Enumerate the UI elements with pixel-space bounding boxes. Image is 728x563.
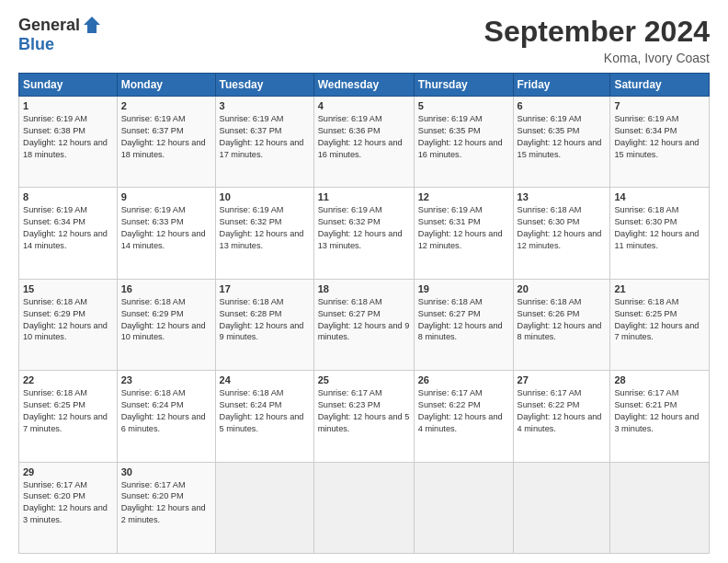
table-row [610, 462, 710, 553]
logo-blue: Blue [18, 35, 54, 54]
sunset-text: Sunset: 6:24 PM [121, 400, 184, 409]
calendar-row: 22 Sunrise: 6:18 AM Sunset: 6:25 PM Dayl… [19, 371, 710, 462]
table-row: 18 Sunrise: 6:18 AM Sunset: 6:27 PM Dayl… [313, 279, 414, 370]
calendar-row: 15 Sunrise: 6:18 AM Sunset: 6:29 PM Dayl… [19, 279, 710, 370]
table-row: 25 Sunrise: 6:17 AM Sunset: 6:23 PM Dayl… [313, 371, 414, 462]
sunset-text: Sunset: 6:30 PM [614, 217, 677, 226]
day-number: 11 [318, 191, 410, 202]
sunset-text: Sunset: 6:36 PM [318, 126, 381, 135]
cell-content: Sunrise: 6:19 AM Sunset: 6:38 PM Dayligh… [23, 113, 113, 161]
cell-content: Sunrise: 6:19 AM Sunset: 6:31 PM Dayligh… [418, 204, 509, 252]
col-friday: Friday [513, 74, 610, 97]
header: General Blue September 2024 Koma, Ivory … [18, 15, 710, 65]
sunset-text: Sunset: 6:32 PM [220, 217, 282, 226]
day-number: 15 [23, 283, 113, 294]
calendar-row: 1 Sunrise: 6:19 AM Sunset: 6:38 PM Dayli… [19, 97, 710, 188]
day-number: 9 [121, 191, 211, 202]
sunrise-text: Sunrise: 6:17 AM [121, 480, 186, 489]
daylight-text: Daylight: 12 hours and 15 minutes. [518, 138, 602, 159]
cell-content: Sunrise: 6:19 AM Sunset: 6:35 PM Dayligh… [518, 113, 607, 161]
daylight-text: Daylight: 12 hours and 10 minutes. [121, 321, 206, 342]
table-row: 16 Sunrise: 6:18 AM Sunset: 6:29 PM Dayl… [117, 279, 215, 370]
day-number: 23 [121, 374, 211, 385]
sunrise-text: Sunrise: 6:18 AM [318, 297, 382, 306]
daylight-text: Daylight: 12 hours and 5 minutes. [318, 412, 410, 433]
logo-icon [82, 15, 102, 35]
cell-content: Sunrise: 6:19 AM Sunset: 6:36 PM Dayligh… [318, 113, 410, 161]
daylight-text: Daylight: 12 hours and 2 minutes. [121, 503, 206, 524]
table-row: 7 Sunrise: 6:19 AM Sunset: 6:34 PM Dayli… [610, 97, 710, 188]
cell-content: Sunrise: 6:17 AM Sunset: 6:20 PM Dayligh… [23, 479, 113, 527]
cell-content: Sunrise: 6:18 AM Sunset: 6:30 PM Dayligh… [518, 204, 607, 252]
sunrise-text: Sunrise: 6:19 AM [220, 114, 284, 123]
svg-marker-0 [84, 17, 100, 33]
day-number: 18 [318, 283, 410, 294]
table-row [313, 462, 414, 553]
table-row: 26 Sunrise: 6:17 AM Sunset: 6:22 PM Dayl… [414, 371, 513, 462]
day-number: 1 [23, 100, 113, 111]
daylight-text: Daylight: 12 hours and 16 minutes. [318, 138, 403, 159]
calendar-header-row: Sunday Monday Tuesday Wednesday Thursday… [19, 74, 710, 97]
day-number: 12 [418, 191, 509, 202]
cell-content: Sunrise: 6:18 AM Sunset: 6:27 PM Dayligh… [418, 296, 509, 344]
sunset-text: Sunset: 6:29 PM [23, 309, 85, 318]
sunset-text: Sunset: 6:21 PM [614, 400, 677, 409]
cell-content: Sunrise: 6:18 AM Sunset: 6:24 PM Dayligh… [121, 387, 211, 435]
daylight-text: Daylight: 12 hours and 12 minutes. [418, 229, 503, 250]
calendar-row: 8 Sunrise: 6:19 AM Sunset: 6:34 PM Dayli… [19, 188, 710, 279]
day-number: 4 [318, 100, 410, 111]
sunset-text: Sunset: 6:26 PM [518, 309, 580, 318]
daylight-text: Daylight: 12 hours and 3 minutes. [614, 412, 699, 433]
cell-content: Sunrise: 6:19 AM Sunset: 6:32 PM Dayligh… [220, 204, 310, 252]
table-row: 17 Sunrise: 6:18 AM Sunset: 6:28 PM Dayl… [215, 279, 313, 370]
daylight-text: Daylight: 12 hours and 3 minutes. [23, 503, 108, 524]
day-number: 13 [518, 191, 607, 202]
sunrise-text: Sunrise: 6:19 AM [23, 114, 87, 123]
sunrise-text: Sunrise: 6:18 AM [614, 297, 678, 306]
day-number: 19 [418, 283, 509, 294]
daylight-text: Daylight: 12 hours and 9 minutes. [318, 321, 410, 342]
day-number: 17 [220, 283, 310, 294]
sunrise-text: Sunrise: 6:18 AM [418, 297, 483, 306]
daylight-text: Daylight: 12 hours and 7 minutes. [614, 321, 699, 342]
day-number: 10 [220, 191, 310, 202]
day-number: 20 [518, 283, 607, 294]
table-row: 29 Sunrise: 6:17 AM Sunset: 6:20 PM Dayl… [19, 462, 118, 553]
logo-general: General [18, 16, 80, 35]
table-row: 8 Sunrise: 6:19 AM Sunset: 6:34 PM Dayli… [19, 188, 118, 279]
calendar-row: 29 Sunrise: 6:17 AM Sunset: 6:20 PM Dayl… [19, 462, 710, 553]
cell-content: Sunrise: 6:18 AM Sunset: 6:26 PM Dayligh… [518, 296, 607, 344]
daylight-text: Daylight: 12 hours and 18 minutes. [23, 138, 108, 159]
sunrise-text: Sunrise: 6:18 AM [121, 297, 186, 306]
cell-content: Sunrise: 6:19 AM Sunset: 6:37 PM Dayligh… [220, 113, 310, 161]
day-number: 6 [518, 100, 607, 111]
day-number: 14 [614, 191, 705, 202]
sunrise-text: Sunrise: 6:18 AM [220, 388, 284, 397]
cell-content: Sunrise: 6:19 AM Sunset: 6:37 PM Dayligh… [121, 113, 211, 161]
cell-content: Sunrise: 6:18 AM Sunset: 6:28 PM Dayligh… [220, 296, 310, 344]
table-row: 10 Sunrise: 6:19 AM Sunset: 6:32 PM Dayl… [215, 188, 313, 279]
daylight-text: Daylight: 12 hours and 15 minutes. [614, 138, 699, 159]
day-number: 26 [418, 374, 509, 385]
sunrise-text: Sunrise: 6:17 AM [614, 388, 678, 397]
cell-content: Sunrise: 6:17 AM Sunset: 6:23 PM Dayligh… [318, 387, 410, 435]
table-row: 13 Sunrise: 6:18 AM Sunset: 6:30 PM Dayl… [513, 188, 610, 279]
table-row: 21 Sunrise: 6:18 AM Sunset: 6:25 PM Dayl… [610, 279, 710, 370]
table-row: 19 Sunrise: 6:18 AM Sunset: 6:27 PM Dayl… [414, 279, 513, 370]
cell-content: Sunrise: 6:18 AM Sunset: 6:29 PM Dayligh… [121, 296, 211, 344]
cell-content: Sunrise: 6:17 AM Sunset: 6:22 PM Dayligh… [418, 387, 509, 435]
table-row: 1 Sunrise: 6:19 AM Sunset: 6:38 PM Dayli… [19, 97, 118, 188]
location: Koma, Ivory Coast [484, 51, 710, 65]
sunset-text: Sunset: 6:24 PM [220, 400, 282, 409]
cell-content: Sunrise: 6:18 AM Sunset: 6:24 PM Dayligh… [220, 387, 310, 435]
daylight-text: Daylight: 12 hours and 14 minutes. [121, 229, 206, 250]
sunrise-text: Sunrise: 6:19 AM [318, 205, 382, 214]
col-wednesday: Wednesday [313, 74, 414, 97]
daylight-text: Daylight: 12 hours and 18 minutes. [121, 138, 206, 159]
sunrise-text: Sunrise: 6:19 AM [418, 114, 483, 123]
sunrise-text: Sunrise: 6:17 AM [518, 388, 582, 397]
sunset-text: Sunset: 6:31 PM [418, 217, 481, 226]
daylight-text: Daylight: 12 hours and 8 minutes. [418, 321, 503, 342]
sunset-text: Sunset: 6:37 PM [121, 126, 184, 135]
day-number: 7 [614, 100, 705, 111]
